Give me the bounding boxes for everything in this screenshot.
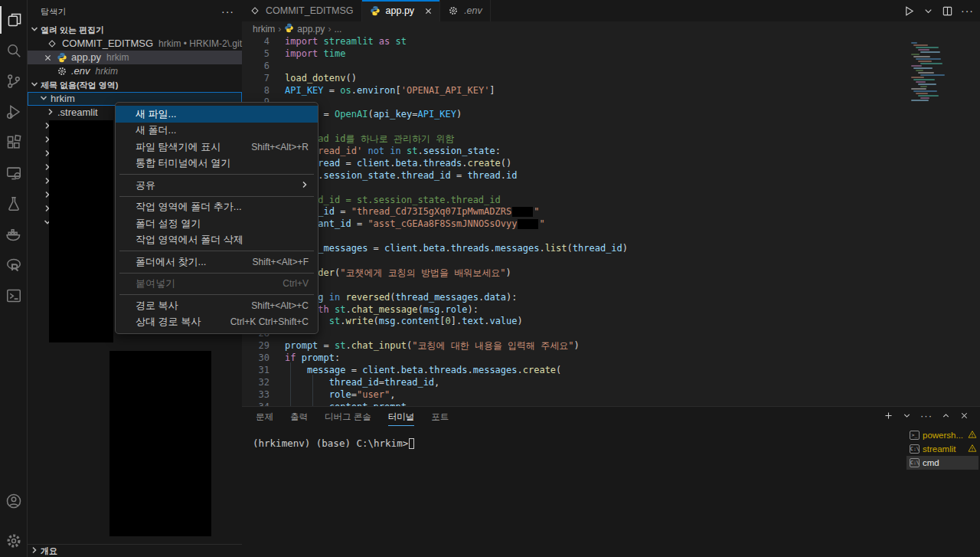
tree-item-label: .streamlit	[57, 106, 98, 120]
activity-bar	[0, 0, 28, 557]
menu-item[interactable]: 폴더에서 찾기...Shift+<Alt>+F	[116, 254, 318, 270]
panel-tab-출력[interactable]: 출력	[290, 408, 308, 426]
explorer-icon[interactable]	[0, 6, 28, 34]
close-panel-icon[interactable]	[959, 411, 969, 421]
line-number: 32	[242, 377, 270, 389]
tab-COMMIT_EDITMSG[interactable]: COMMIT_EDITMSG	[242, 0, 362, 21]
sidebar-more-actions-icon[interactable]: ···	[221, 5, 234, 18]
open-editors-list: COMMIT_EDITMSGhrkim • HRKIM-2\.gitapp.py…	[28, 37, 242, 78]
file-label: app.py	[71, 51, 101, 64]
code-line: 11	[242, 121, 945, 133]
extensions-icon[interactable]	[0, 129, 28, 156]
panel-actions: ···	[884, 410, 969, 421]
tab-app.py[interactable]: app.py	[362, 0, 441, 21]
terminal-item-streamlit[interactable]: C:\streamlit	[906, 442, 978, 456]
terminal-item-powersh...[interactable]: >_powersh...	[906, 428, 978, 442]
code-line: 23st.header("코챗에게 코칭의 방법을 배워보세요")	[242, 267, 945, 280]
gear-icon	[448, 5, 459, 17]
code-line: 25for msg in reversed(thread_messages.da…	[242, 292, 945, 304]
menu-item[interactable]: 공유	[116, 177, 318, 194]
git-commit-icon	[250, 5, 261, 17]
line-content: thread_messages = client.beta.threads.me…	[285, 243, 628, 255]
search-icon[interactable]	[0, 37, 28, 64]
panel-tabs: 문제출력디버그 콘솔터미널포트	[256, 407, 449, 427]
run-debug-icon[interactable]	[0, 98, 28, 126]
menu-separator	[119, 294, 314, 295]
breadcrumb-file[interactable]: app.py	[297, 24, 325, 34]
redacted-token	[518, 219, 538, 229]
split-editor-icon[interactable]	[942, 5, 953, 17]
section-outline[interactable]: 개요	[28, 544, 242, 557]
code-line: 30if prompt:	[242, 352, 945, 365]
open-editor-item-.env[interactable]: .envhrkim	[28, 64, 242, 78]
testing-icon[interactable]	[0, 190, 28, 218]
code-line: 17#thread_id = st.session_state.thread_i…	[242, 195, 945, 207]
code-line: 16	[242, 182, 945, 195]
line-number: 30	[242, 352, 270, 365]
breadcrumb-symbol[interactable]: ...	[334, 24, 341, 34]
terminal-content[interactable]: (hrkimenv) (base) C:\hrkim>	[253, 437, 414, 449]
menu-item[interactable]: 상대 경로 복사Ctrl+K Ctrl+Shift+C	[116, 314, 318, 331]
minimap-line	[911, 100, 929, 101]
context-menu: 새 파일...새 폴더...파일 탐색기에 표시Shift+<Alt>+R통합 …	[115, 102, 318, 334]
menu-item-label: 경로 복사	[136, 299, 178, 313]
panel-more-icon[interactable]: ···	[920, 410, 933, 421]
line-number: 5	[242, 48, 270, 61]
open-editor-item-COMMIT_EDITMSG[interactable]: COMMIT_EDITMSGhrkim • HRKIM-2\.git	[28, 37, 242, 51]
code-line: 19assistant_id = "asst_cGEAa8F8SsmJNNOSs…	[242, 218, 945, 231]
run-python-file-icon[interactable]	[903, 5, 915, 17]
source-control-icon[interactable]	[0, 67, 28, 95]
menu-item[interactable]: 파일 탐색기에 표시Shift+<Alt>+R	[116, 139, 318, 156]
tab-.env[interactable]: .env	[440, 0, 491, 21]
code-line: 10client = OpenAI(api_key=API_KEY)	[242, 109, 945, 121]
panel-tab-터미널[interactable]: 터미널	[388, 408, 415, 426]
terminal-dropdown-icon[interactable]	[902, 411, 912, 421]
section-workspace[interactable]: 제목 없음(작업 영역)	[28, 78, 242, 92]
maximize-panel-icon[interactable]	[941, 411, 951, 421]
r-language-icon[interactable]	[0, 251, 28, 279]
line-content: API_KEY = os.environ['OPENAI_API_KEY']	[285, 85, 495, 97]
open-editor-item-app.py[interactable]: app.pyhrkim	[28, 51, 242, 64]
close-icon[interactable]	[41, 54, 54, 61]
close-icon[interactable]	[425, 8, 432, 15]
file-label: .env	[71, 64, 90, 78]
cmd-icon: C:\	[910, 458, 920, 467]
settings-gear-icon[interactable]	[0, 527, 28, 555]
menu-item[interactable]: 새 폴더...	[116, 123, 318, 139]
minimap-line	[911, 42, 917, 44]
remote-explorer-icon[interactable]	[0, 159, 28, 187]
panel-tab-문제[interactable]: 문제	[256, 408, 273, 426]
menu-item-shortcut: Shift+<Alt>+C	[251, 300, 309, 311]
terminal-item-cmd[interactable]: C:\cmd	[906, 456, 978, 470]
menu-item[interactable]: 폴더 설정 열기	[116, 215, 318, 232]
terminal-prompt: (hrkimenv) (base) C:\hrkim>	[253, 437, 408, 449]
open-editors-label: 열려 있는 편집기	[41, 25, 104, 36]
outline-label: 개요	[41, 546, 57, 557]
line-content: thread_id = "thread_Cd73I5gXq07IpMwmADZR…	[285, 206, 539, 218]
menu-item[interactable]: 경로 복사Shift+<Alt>+C	[116, 297, 318, 314]
more-actions-icon[interactable]: ···	[961, 5, 974, 17]
terminal-name: powersh...	[923, 431, 963, 440]
code-line: 20	[242, 231, 945, 243]
menu-item-label: 상대 경로 복사	[136, 315, 201, 329]
breadcrumb-separator: ›	[328, 24, 331, 34]
menu-item[interactable]: 작업 영역에 폴더 추가...	[116, 199, 318, 216]
line-number: 8	[242, 85, 270, 97]
new-terminal-icon[interactable]	[884, 411, 893, 421]
breadcrumb-folder[interactable]: hrkim	[253, 24, 275, 34]
panel-tab-포트[interactable]: 포트	[431, 408, 449, 426]
terminal-panel-icon[interactable]	[0, 282, 28, 310]
section-open-editors[interactable]: 열려 있는 편집기	[28, 23, 242, 37]
menu-item[interactable]: 작업 영역에서 폴더 삭제	[116, 232, 318, 249]
code-line: 21thread_messages = client.beta.threads.…	[242, 243, 945, 255]
docker-icon[interactable]	[0, 221, 28, 248]
menu-item[interactable]: 새 파일...	[116, 106, 318, 123]
run-dropdown-chevron-icon[interactable]	[923, 5, 934, 17]
minimap-line	[911, 88, 926, 90]
minimap-line	[920, 63, 942, 64]
menu-item[interactable]: 통합 터미널에서 열기	[116, 156, 318, 172]
panel-tab-디버그 콘솔[interactable]: 디버그 콘솔	[325, 408, 371, 426]
minimap[interactable]	[911, 42, 948, 102]
account-icon[interactable]	[0, 487, 28, 515]
code-editor[interactable]: 4import streamlit as st5import time67loa…	[242, 36, 945, 406]
